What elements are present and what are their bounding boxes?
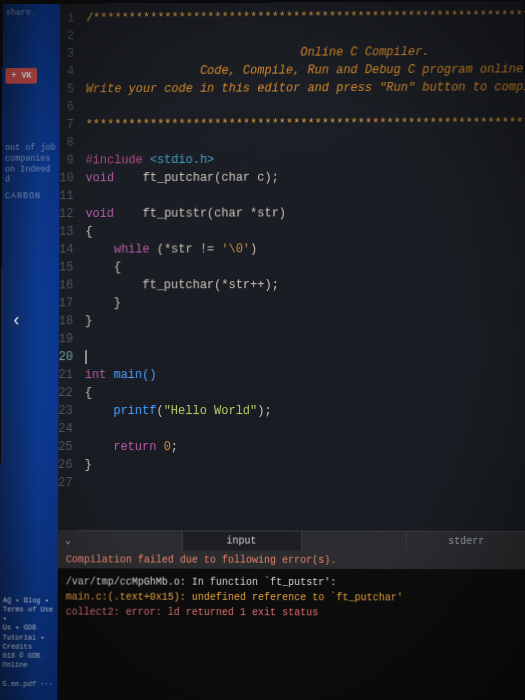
code-line: {: [85, 221, 525, 240]
line-number: 6: [60, 98, 74, 116]
side-line: out of job: [5, 143, 56, 154]
code-line: [86, 132, 525, 152]
line-number: 13: [59, 223, 73, 241]
line-number: 22: [58, 384, 72, 402]
line-number: 25: [58, 438, 72, 456]
line-number: 3: [60, 45, 74, 63]
code-line: return 0;: [85, 438, 525, 456]
line-number: 18: [59, 312, 73, 330]
code-line: }: [85, 294, 525, 313]
line-gutter: 1234567891011121314151617181920212223242…: [58, 4, 80, 531]
line-number: 10: [59, 169, 73, 187]
line-number: 16: [59, 277, 73, 295]
share-label: share.: [6, 8, 57, 19]
code-line: ft_putchar(*str++);: [85, 276, 525, 295]
code-line: /***************************************…: [86, 7, 525, 28]
left-sidebar: share. + VK out of job companies on Inde…: [0, 4, 60, 700]
line-number: 8: [59, 134, 73, 152]
code-line: {: [85, 257, 525, 276]
line-number: 14: [59, 241, 73, 259]
code-line: printf("Hello World");: [85, 402, 525, 420]
code-line: Code, Compile, Run and Debug C program o…: [86, 60, 525, 80]
side-line: on Indeed: [5, 164, 56, 175]
compilation-error-bar: Compilation failed due to following erro…: [58, 550, 525, 569]
output-panel: ⌄ input stderr Compilation failed due to…: [57, 530, 525, 700]
vk-button[interactable]: + VK: [5, 68, 37, 85]
line-number: 11: [59, 187, 73, 205]
code-line: [85, 348, 525, 366]
code-line: {: [85, 384, 525, 402]
footer-link[interactable]: AQ • Blog • Terms of Use •: [3, 596, 55, 624]
tab-stderr[interactable]: stderr: [406, 531, 525, 551]
code-line: ****************************************…: [86, 114, 525, 134]
screen: share. + VK out of job companies on Inde…: [0, 1, 525, 700]
code-content[interactable]: /***************************************…: [78, 1, 525, 531]
footer-copyright: 018 © GDB Online: [2, 651, 54, 670]
line-number: 1: [60, 10, 74, 28]
side-line: companies: [5, 154, 56, 165]
text-cursor: [86, 350, 87, 364]
line-number: 27: [58, 474, 72, 492]
chevron-left-icon[interactable]: ‹: [11, 310, 22, 330]
code-line: #include <stdio.h>: [86, 150, 525, 170]
carbon-logo: CARBON: [5, 191, 57, 202]
code-line: void ft_putchar(char c);: [85, 168, 525, 188]
footer-link[interactable]: Us • GDB Tutorial • Credits: [3, 624, 55, 652]
code-line: }: [85, 312, 525, 331]
code-line: [85, 330, 525, 349]
code-line: [85, 420, 525, 438]
code-line: Write your code in this editor and press…: [86, 78, 525, 98]
code-line: Online C Compiler.: [86, 42, 525, 62]
line-number: 17: [59, 294, 73, 312]
tab-input[interactable]: input: [181, 530, 301, 550]
code-line: [84, 474, 525, 493]
code-line: while (*str != '\0'): [85, 239, 525, 258]
line-number: 20: [59, 348, 73, 366]
line-number: 2: [60, 27, 74, 45]
line-number: 15: [59, 259, 73, 277]
line-number: 5: [60, 81, 74, 99]
line-number: 7: [60, 116, 74, 134]
line-number: 4: [60, 63, 74, 81]
line-number: 23: [58, 402, 72, 420]
code-line: [85, 186, 525, 205]
chevron-down-icon[interactable]: ⌄: [58, 530, 78, 550]
line-number: 26: [58, 456, 72, 474]
code-line: [86, 96, 525, 116]
console-output[interactable]: /var/tmp/ccMpGhMb.o: In function `ft_put…: [57, 568, 525, 700]
console-line: main.c:(.text+0x15): undefined reference…: [66, 589, 519, 605]
code-editor[interactable]: 1234567891011121314151617181920212223242…: [58, 1, 525, 531]
line-number: 21: [59, 366, 73, 384]
line-number: 19: [59, 330, 73, 348]
pdf-tab[interactable]: 5.en.pdf ···: [2, 680, 54, 689]
line-number: 24: [58, 420, 72, 438]
code-line: int main(): [85, 366, 525, 384]
code-line: [86, 24, 525, 45]
code-line: void ft_putstr(char *str): [85, 204, 525, 223]
console-line: collect2: error: ld returned 1 exit stat…: [66, 605, 520, 621]
line-number: 12: [59, 205, 73, 223]
side-line: d: [5, 175, 57, 186]
line-number: 9: [59, 152, 73, 170]
code-line: }: [85, 456, 525, 474]
console-line: /var/tmp/ccMpGhMb.o: In function `ft_put…: [66, 574, 519, 590]
tab-bar: ⌄ input stderr: [58, 530, 525, 551]
